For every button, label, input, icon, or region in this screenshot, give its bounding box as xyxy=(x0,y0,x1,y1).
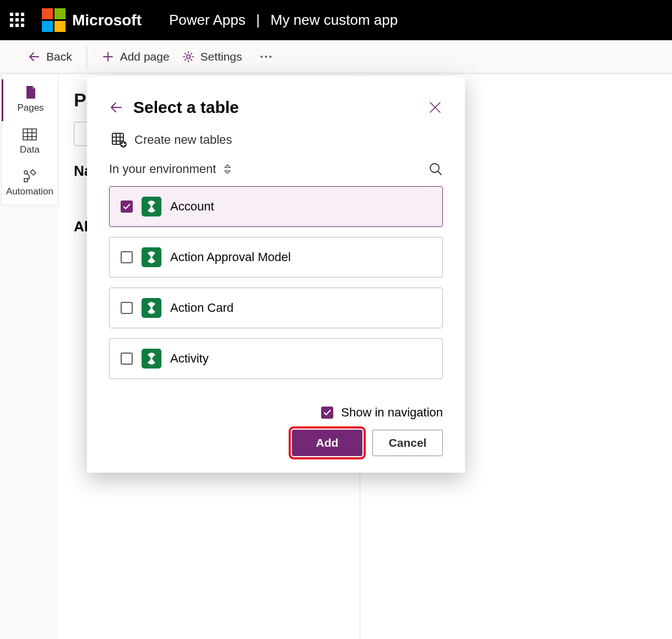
checkmark-icon xyxy=(323,408,332,417)
rail-item-label: Pages xyxy=(3,102,58,113)
dataverse-table-icon xyxy=(142,349,161,369)
svg-point-3 xyxy=(269,56,272,58)
svg-rect-6 xyxy=(30,170,36,175)
close-button[interactable] xyxy=(427,100,443,115)
back-label: Back xyxy=(46,50,72,63)
close-icon xyxy=(427,100,443,115)
add-button-label: Add xyxy=(316,436,339,450)
table-name: Action Card xyxy=(170,301,234,315)
rail-item-label: Automation xyxy=(2,186,58,197)
add-page-button[interactable]: Add page xyxy=(101,50,170,63)
brand-text: Microsoft xyxy=(72,12,142,29)
pages-icon xyxy=(3,85,58,100)
checkmark-icon xyxy=(122,202,131,211)
table-checkbox[interactable] xyxy=(121,302,133,314)
back-button[interactable]: Back xyxy=(28,50,72,63)
automation-icon xyxy=(2,169,58,184)
show-in-nav-label: Show in navigation xyxy=(341,405,443,420)
cancel-button[interactable]: Cancel xyxy=(372,430,443,456)
table-row[interactable]: Activity xyxy=(109,338,443,379)
table-row[interactable]: Action Approval Model xyxy=(109,237,443,278)
dataverse-table-icon xyxy=(142,197,161,216)
svg-point-2 xyxy=(265,56,267,58)
table-name: Action Approval Model xyxy=(170,250,291,264)
breadcrumb-separator: | xyxy=(256,12,260,28)
tables-list: Account Action Approval Model Action Car… xyxy=(109,186,443,401)
gear-icon xyxy=(182,50,195,63)
app-name[interactable]: My new custom app xyxy=(270,12,398,28)
toolbar-divider xyxy=(86,46,87,68)
arrow-left-icon xyxy=(28,50,41,63)
create-new-tables-button[interactable]: Create new tables xyxy=(109,132,443,148)
table-row[interactable]: Action Card xyxy=(109,288,443,328)
svg-point-1 xyxy=(261,56,263,58)
table-checkbox[interactable] xyxy=(121,251,133,263)
svg-point-0 xyxy=(186,55,189,58)
rail-item-data[interactable]: Data xyxy=(2,121,58,163)
sort-icon[interactable] xyxy=(223,163,232,175)
app-launcher-icon[interactable] xyxy=(10,13,25,28)
cancel-button-label: Cancel xyxy=(389,436,427,450)
product-name[interactable]: Power Apps xyxy=(169,12,246,28)
svg-rect-7 xyxy=(24,178,28,182)
more-button[interactable] xyxy=(259,50,273,63)
more-icon xyxy=(259,50,273,63)
rail-item-label: Data xyxy=(2,144,58,155)
table-plus-icon xyxy=(111,132,127,148)
add-page-label: Add page xyxy=(120,50,170,63)
table-name: Account xyxy=(170,199,214,214)
table-checkbox[interactable] xyxy=(121,353,133,365)
settings-label: Settings xyxy=(200,50,242,63)
search-icon[interactable] xyxy=(429,162,443,176)
table-row[interactable]: Account xyxy=(109,186,443,227)
plus-icon xyxy=(101,50,115,63)
rail-item-automation[interactable]: Automation xyxy=(2,163,58,205)
settings-button[interactable]: Settings xyxy=(182,50,242,63)
svg-rect-4 xyxy=(23,129,36,140)
environment-filter[interactable]: In your environment xyxy=(109,162,216,176)
modal-title: Select a table xyxy=(133,98,418,117)
left-nav-rail: Pages Data Automation xyxy=(1,73,58,205)
breadcrumb: Power Apps | My new custom app xyxy=(169,12,398,29)
table-checkbox[interactable] xyxy=(121,201,133,213)
dataverse-table-icon xyxy=(142,298,161,318)
microsoft-logo-icon xyxy=(42,8,66,32)
data-icon xyxy=(2,127,58,142)
back-arrow-icon[interactable] xyxy=(109,100,123,115)
create-new-label: Create new tables xyxy=(134,133,232,147)
show-in-nav-checkbox[interactable] xyxy=(321,407,333,419)
select-table-modal: Select a table Create new tables In your… xyxy=(87,76,465,473)
dataverse-table-icon xyxy=(142,247,161,267)
table-name: Activity xyxy=(170,351,209,366)
add-button[interactable]: Add xyxy=(292,430,362,456)
rail-item-pages[interactable]: Pages xyxy=(2,79,58,121)
